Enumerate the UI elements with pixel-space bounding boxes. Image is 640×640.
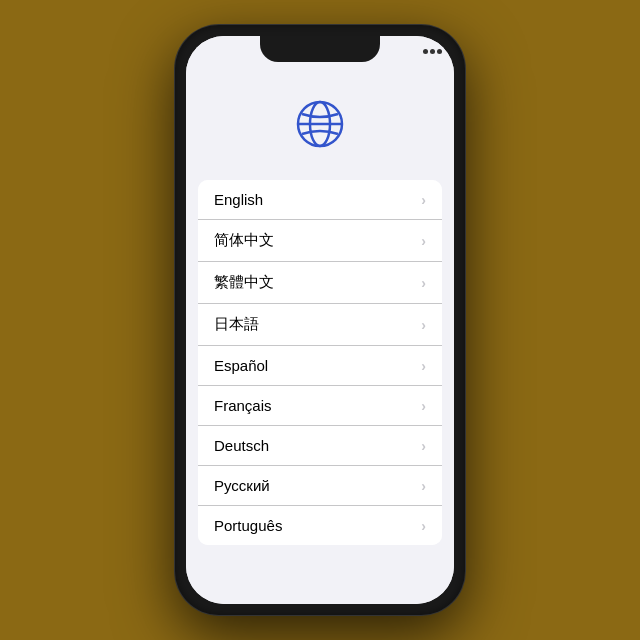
status-bar (186, 42, 454, 60)
chevron-icon-spanish: › (421, 358, 426, 374)
chevron-icon-simplified-chinese: › (421, 233, 426, 249)
status-dot-1 (423, 49, 428, 54)
chevron-icon-english: › (421, 192, 426, 208)
language-label-traditional-chinese: 繁體中文 (214, 273, 274, 292)
chevron-icon-russian: › (421, 478, 426, 494)
language-item-portuguese[interactable]: Português› (198, 506, 442, 545)
language-label-simplified-chinese: 简体中文 (214, 231, 274, 250)
language-item-english[interactable]: English› (198, 180, 442, 220)
language-label-spanish: Español (214, 357, 268, 374)
language-item-traditional-chinese[interactable]: 繁體中文› (198, 262, 442, 304)
globe-icon (292, 96, 348, 152)
language-item-spanish[interactable]: Español› (198, 346, 442, 386)
chevron-icon-german: › (421, 438, 426, 454)
language-label-russian: Русский (214, 477, 270, 494)
language-item-russian[interactable]: Русский› (198, 466, 442, 506)
language-label-japanese: 日本語 (214, 315, 259, 334)
status-bar-dots (423, 49, 442, 54)
language-item-german[interactable]: Deutsch› (198, 426, 442, 466)
language-label-french: Français (214, 397, 272, 414)
status-dot-2 (430, 49, 435, 54)
language-item-french[interactable]: Français› (198, 386, 442, 426)
chevron-icon-french: › (421, 398, 426, 414)
screen-content: English›简体中文›繁體中文›日本語›Español›Français›D… (186, 36, 454, 604)
chevron-icon-japanese: › (421, 317, 426, 333)
language-label-german: Deutsch (214, 437, 269, 454)
language-list: English›简体中文›繁體中文›日本語›Español›Français›D… (198, 180, 442, 545)
language-item-simplified-chinese[interactable]: 简体中文› (198, 220, 442, 262)
status-dot-3 (437, 49, 442, 54)
phone-screen: English›简体中文›繁體中文›日本語›Español›Français›D… (186, 36, 454, 604)
phone-device: English›简体中文›繁體中文›日本語›Español›Français›D… (175, 25, 465, 615)
language-item-japanese[interactable]: 日本語› (198, 304, 442, 346)
globe-icon-container (292, 96, 348, 156)
chevron-icon-portuguese: › (421, 518, 426, 534)
language-label-english: English (214, 191, 263, 208)
chevron-icon-traditional-chinese: › (421, 275, 426, 291)
language-label-portuguese: Português (214, 517, 282, 534)
